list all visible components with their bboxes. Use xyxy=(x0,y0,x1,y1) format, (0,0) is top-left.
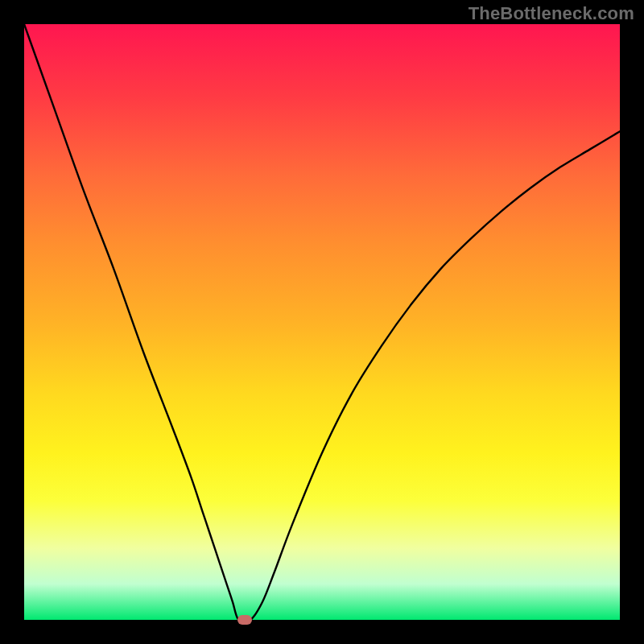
optimum-marker xyxy=(237,615,252,625)
bottleneck-curve xyxy=(24,24,620,620)
curve-path xyxy=(24,24,620,622)
plot-area xyxy=(24,24,620,620)
watermark-text: TheBottleneck.com xyxy=(469,3,634,24)
chart-frame: TheBottleneck.com xyxy=(0,0,644,644)
